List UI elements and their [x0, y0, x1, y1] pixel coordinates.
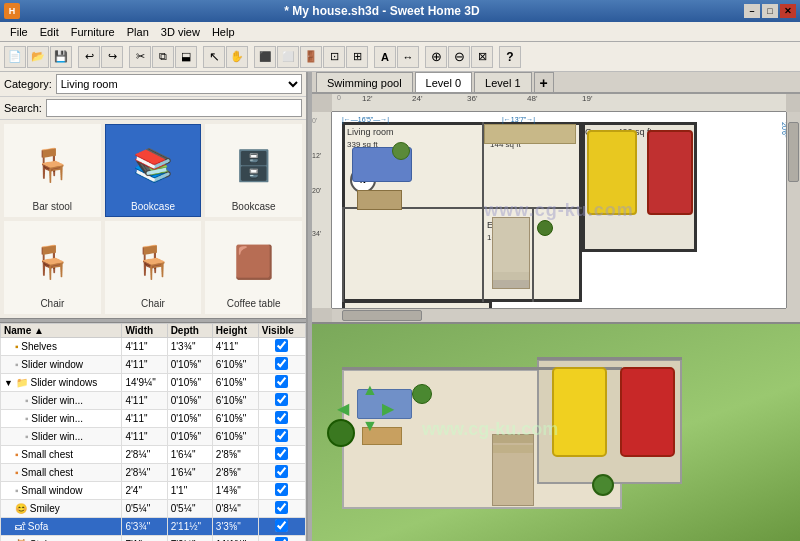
col-visible[interactable]: Visible — [258, 324, 305, 338]
col-height[interactable]: Height — [212, 324, 258, 338]
3d-view[interactable]: ◀ ▲ ▼ ▶ www.cg-ku.com — [312, 324, 800, 541]
search-label: Search: — [4, 102, 42, 114]
redo-button[interactable]: ↪ — [101, 46, 123, 68]
table-row-sofa[interactable]: 🛋 Sofa 6'3¾" 2'11½" 3'3⅝" — [1, 518, 306, 536]
furniture-label: Chair — [40, 298, 64, 309]
undo-button[interactable]: ↩ — [78, 46, 100, 68]
titlebar: H * My house.sh3d - Sweet Home 3D – □ ✕ — [0, 0, 800, 22]
window-button[interactable]: ⊡ — [323, 46, 345, 68]
furniture-label: Bookcase — [131, 201, 175, 212]
cut-button[interactable]: ✂ — [129, 46, 151, 68]
menu-file[interactable]: File — [4, 24, 34, 40]
fp-scrollbar-vertical[interactable] — [786, 112, 800, 308]
open-button[interactable]: 📂 — [27, 46, 49, 68]
toolbar: 📄 📂 💾 ↩ ↪ ✂ ⧉ ⬓ ↖ ✋ ⬛ ⬜ 🚪 ⊡ ⊞ A ↔ ⊕ ⊖ ⊠ … — [0, 42, 800, 72]
zoomin-button[interactable]: ⊕ — [425, 46, 447, 68]
main-area: Category: Living room Bedroom Kitchen Se… — [0, 72, 800, 541]
category-row: Category: Living room Bedroom Kitchen — [0, 72, 306, 97]
ruler-vertical: 0' 12' 20' 34' — [312, 112, 332, 308]
view-area: 12' 24' 36' 48' 0 19' 0' 12' 20' 34' — [312, 94, 800, 541]
fp-scrollbar-horizontal[interactable] — [332, 308, 786, 322]
kitchen-counter[interactable] — [484, 124, 576, 144]
close-button[interactable]: ✕ — [780, 4, 796, 18]
right-panel: Swimming pool Level 0 Level 1 + 12' 24' … — [312, 72, 800, 541]
table-row[interactable]: ▼ 📁 Slider windows 14'9¼"0'10⅝"6'10⅝" — [1, 374, 306, 392]
tab-level0[interactable]: Level 0 — [415, 72, 472, 92]
menu-help[interactable]: Help — [206, 24, 241, 40]
category-select[interactable]: Living room Bedroom Kitchen — [56, 74, 302, 94]
menu-edit[interactable]: Edit — [34, 24, 65, 40]
furniture-grid: 🪑 Bar stool 📚 Bookcase 🗄️ Bookcase 🪑 Cha… — [0, 120, 306, 318]
paste-button[interactable]: ⬓ — [175, 46, 197, 68]
3d-nav-up[interactable]: ▲ — [362, 381, 378, 399]
search-input[interactable] — [46, 99, 302, 117]
menu-3dview[interactable]: 3D view — [155, 24, 206, 40]
tab-bar: Swimming pool Level 0 Level 1 + — [312, 72, 800, 94]
car-yellow — [587, 130, 637, 215]
table-row[interactable]: ▪ Shelves 4'11"1'3¾"4'11" — [1, 338, 306, 356]
properties-table: Name ▲ Width Depth Height Visible ▪ Shel… — [0, 323, 306, 541]
furniture-label: Chair — [141, 298, 165, 309]
app-icon: H — [4, 3, 20, 19]
table-row[interactable]: ▪ Small chest 2'8¼"1'6¼"2'8⅝" — [1, 464, 306, 482]
col-width[interactable]: Width — [122, 324, 167, 338]
copy-button[interactable]: ⧉ — [152, 46, 174, 68]
minimize-button[interactable]: – — [744, 4, 760, 18]
furniture-item-chair2[interactable]: 🪑 Chair — [105, 221, 202, 314]
furniture-item-bookcase1[interactable]: 📚 Bookcase — [105, 124, 202, 217]
fit-button[interactable]: ⊠ — [471, 46, 493, 68]
select-button[interactable]: ↖ — [203, 46, 225, 68]
wall-button[interactable]: ⬛ — [254, 46, 276, 68]
table-row[interactable]: ▪ Slider win... 4'11"0'10⅝"6'10⅝" — [1, 428, 306, 446]
table-row[interactable]: ▪ Slider window 4'11"0'10⅝"6'10⅝" — [1, 356, 306, 374]
table-row[interactable]: ▪ Small chest 2'8¼"1'6¼"2'8⅝" — [1, 446, 306, 464]
tab-add-button[interactable]: + — [534, 72, 554, 92]
menu-furniture[interactable]: Furniture — [65, 24, 121, 40]
new-button[interactable]: 📄 — [4, 46, 26, 68]
label-button[interactable]: A — [374, 46, 396, 68]
search-row: Search: — [0, 97, 306, 120]
dim-button[interactable]: ↔ — [397, 46, 419, 68]
floor-plan[interactable]: 12' 24' 36' 48' 0 19' 0' 12' 20' 34' — [312, 94, 800, 324]
maximize-button[interactable]: □ — [762, 4, 778, 18]
zoomout-button[interactable]: ⊖ — [448, 46, 470, 68]
furniture-item-coffeetable[interactable]: 🟫 Coffee table — [205, 221, 302, 314]
furniture-item-barstool[interactable]: 🪑 Bar stool — [4, 124, 101, 217]
col-depth[interactable]: Depth — [167, 324, 212, 338]
table-row[interactable]: ▪ Slider win... 4'11"0'10⅝"6'10⅝" — [1, 410, 306, 428]
tab-level1[interactable]: Level 1 — [474, 72, 531, 92]
tab-swimming-pool[interactable]: Swimming pool — [316, 72, 413, 92]
furniture-item-chair1[interactable]: 🪑 Chair — [4, 221, 101, 314]
plant-entrance[interactable] — [537, 220, 553, 236]
car-red — [647, 130, 693, 215]
furniture-label: Coffee table — [227, 298, 281, 309]
room-button[interactable]: ⬜ — [277, 46, 299, 68]
coffeetable-object[interactable] — [357, 190, 402, 210]
furniture-item-bookcase2[interactable]: 🗄️ Bookcase — [205, 124, 302, 217]
3d-nav-right[interactable]: ▶ — [382, 399, 394, 418]
save-button[interactable]: 💾 — [50, 46, 72, 68]
3d-nav-left[interactable]: ◀ — [337, 399, 349, 418]
hand-button[interactable]: ✋ — [226, 46, 248, 68]
window-controls: – □ ✕ — [744, 4, 796, 18]
help-button[interactable]: ? — [499, 46, 521, 68]
table-row[interactable]: 🪜 Stair case 7'1"7'0½"11'1⅜" — [1, 536, 306, 542]
category-label: Category: — [4, 78, 52, 90]
3d-nav-down[interactable]: ▼ — [362, 417, 378, 435]
left-panel: Category: Living room Bedroom Kitchen Se… — [0, 72, 308, 541]
window-title: * My house.sh3d - Sweet Home 3D — [20, 4, 744, 18]
col-name[interactable]: Name ▲ — [1, 324, 122, 338]
table-row[interactable]: ▪ Small window 2'4"1'1"1'4⅜" — [1, 482, 306, 500]
furniture-label: Bookcase — [232, 201, 276, 212]
menu-plan[interactable]: Plan — [121, 24, 155, 40]
door-button[interactable]: 🚪 — [300, 46, 322, 68]
menubar: File Edit Furniture Plan 3D view Help — [0, 22, 800, 42]
furniture-label: Bar stool — [33, 201, 72, 212]
table-row[interactable]: ▪ Slider win... 4'11"0'10⅝"6'10⅝" — [1, 392, 306, 410]
properties-table-container[interactable]: Name ▲ Width Depth Height Visible ▪ Shel… — [0, 323, 306, 541]
stair-button[interactable]: ⊞ — [346, 46, 368, 68]
plant-object[interactable] — [392, 142, 410, 160]
table-row[interactable]: 😊 Smiley 0'5¼"0'5¼"0'8¼" — [1, 500, 306, 518]
staircase-object[interactable] — [492, 217, 530, 289]
floor-plan-canvas[interactable]: Living room339 sq ft Kitchen144 sq ft En… — [332, 112, 786, 308]
